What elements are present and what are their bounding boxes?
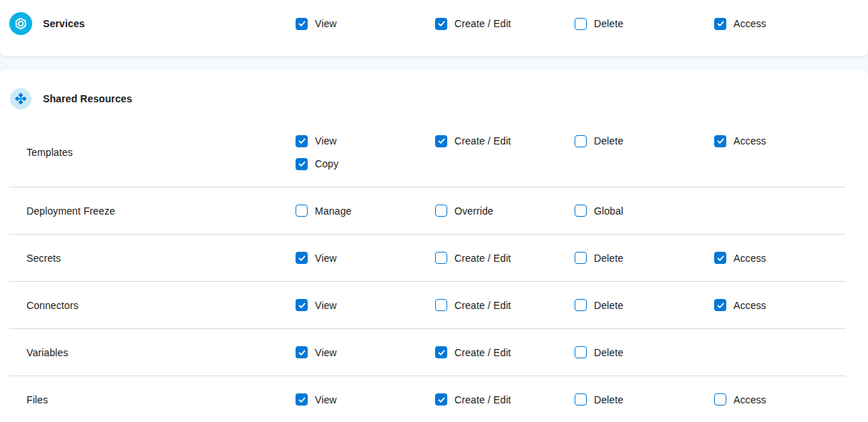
- permission-label: Access: [733, 18, 766, 29]
- shared-resources-header: Shared Resources: [0, 69, 868, 118]
- checkbox-copy[interactable]: [296, 158, 308, 170]
- resource-row-label: Templates: [0, 147, 296, 158]
- resource-row-secrets: SecretsViewCreate / EditDeleteAccess: [0, 235, 868, 281]
- resource-row-permissions: ManageOverrideGlobal: [296, 200, 854, 222]
- permission-access[interactable]: Access: [714, 135, 766, 147]
- resource-row-permissions: ViewCreate / EditDeleteAccess: [296, 388, 854, 411]
- checkbox-create-edit[interactable]: [435, 346, 447, 358]
- permission-create-edit[interactable]: Create / Edit: [435, 299, 511, 311]
- permission-create-edit[interactable]: Create / Edit: [435, 393, 511, 406]
- checkbox-delete[interactable]: [575, 393, 587, 406]
- permission-label: Create / Edit: [454, 300, 511, 311]
- permission-label: Create / Edit: [454, 135, 511, 147]
- services-row: Services ViewCreate / EditDeleteAccess: [0, 12, 868, 35]
- checkbox-view[interactable]: [296, 18, 308, 30]
- permission-view[interactable]: View: [296, 18, 337, 30]
- checkbox-access[interactable]: [714, 252, 726, 264]
- checkbox-delete[interactable]: [575, 18, 587, 30]
- permission-label: Delete: [594, 394, 623, 406]
- checkbox-view[interactable]: [296, 135, 308, 147]
- permission-label: Create / Edit: [454, 252, 511, 264]
- services-icon: [9, 12, 32, 35]
- checkbox-delete[interactable]: [575, 299, 587, 311]
- permission-line: ViewCreate / EditDeleteAccess: [296, 129, 854, 152]
- checkbox-view[interactable]: [296, 346, 308, 358]
- permission-line: Copy: [296, 152, 854, 175]
- permission-view[interactable]: View: [296, 393, 337, 406]
- permission-label: Delete: [594, 135, 623, 147]
- shared-resources-icon: [10, 88, 31, 109]
- permission-create-edit[interactable]: Create / Edit: [435, 135, 511, 147]
- permission-access[interactable]: Access: [714, 299, 766, 311]
- checkbox-create-edit[interactable]: [435, 252, 447, 264]
- permission-view[interactable]: View: [296, 135, 337, 147]
- services-card: Services ViewCreate / EditDeleteAccess: [0, 0, 868, 56]
- checkbox-access[interactable]: [714, 299, 726, 311]
- permission-global[interactable]: Global: [575, 205, 623, 217]
- permission-label: View: [315, 394, 337, 406]
- resource-row-permissions: ViewCreate / EditDeleteAccess: [296, 247, 854, 270]
- permission-label: Create / Edit: [454, 347, 511, 358]
- permission-label: Create / Edit: [454, 18, 511, 29]
- permission-label: Access: [733, 394, 766, 406]
- permission-line: ViewCreate / EditDeleteAccess: [296, 294, 854, 317]
- checkbox-view[interactable]: [296, 299, 308, 311]
- permission-label: View: [315, 347, 337, 358]
- permission-delete[interactable]: Delete: [575, 393, 623, 406]
- permission-delete[interactable]: Delete: [575, 252, 623, 264]
- permission-create-edit[interactable]: Create / Edit: [435, 252, 511, 264]
- permission-line: ViewCreate / EditDelete: [296, 341, 854, 364]
- permission-delete[interactable]: Delete: [575, 135, 623, 147]
- resource-row-label: Variables: [0, 347, 296, 358]
- checkbox-create-edit[interactable]: [435, 135, 447, 147]
- checkbox-access[interactable]: [714, 135, 726, 147]
- permission-label: Create / Edit: [454, 394, 511, 406]
- permission-delete[interactable]: Delete: [575, 18, 623, 30]
- permission-manage[interactable]: Manage: [296, 205, 351, 217]
- permission-access[interactable]: Access: [714, 18, 766, 30]
- permission-create-edit[interactable]: Create / Edit: [435, 346, 511, 358]
- checkbox-create-edit[interactable]: [435, 299, 447, 311]
- checkbox-delete[interactable]: [575, 252, 587, 264]
- permission-line: ViewCreate / EditDeleteAccess: [296, 247, 854, 270]
- resource-row-permissions: ViewCreate / EditDeleteAccessCopy: [296, 129, 854, 175]
- permission-line: ViewCreate / EditDeleteAccess: [296, 388, 854, 411]
- permission-label: Delete: [594, 347, 623, 358]
- permission-view[interactable]: View: [296, 346, 337, 358]
- checkbox-access[interactable]: [714, 393, 726, 406]
- permission-delete[interactable]: Delete: [575, 346, 623, 358]
- resource-row-permissions: ViewCreate / EditDeleteAccess: [296, 294, 854, 317]
- permission-label: View: [315, 135, 337, 147]
- resource-row-files: FilesViewCreate / EditDeleteAccess: [0, 376, 868, 422]
- checkbox-view[interactable]: [296, 393, 308, 406]
- checkbox-delete[interactable]: [575, 346, 587, 358]
- checkbox-global[interactable]: [575, 205, 587, 217]
- permission-view[interactable]: View: [296, 299, 337, 311]
- checkbox-access[interactable]: [714, 18, 726, 30]
- permission-label: Override: [454, 205, 493, 217]
- checkbox-create-edit[interactable]: [435, 393, 447, 406]
- services-row-header: Services: [9, 12, 296, 35]
- permission-access[interactable]: Access: [714, 393, 766, 406]
- checkbox-manage[interactable]: [296, 205, 308, 217]
- permission-label: Access: [733, 135, 766, 147]
- permission-override[interactable]: Override: [435, 205, 493, 217]
- resource-row-templates: TemplatesViewCreate / EditDeleteAccessCo…: [0, 118, 868, 187]
- permission-copy[interactable]: Copy: [296, 158, 338, 170]
- permission-label: Copy: [315, 158, 338, 170]
- checkbox-override[interactable]: [435, 205, 447, 217]
- permission-access[interactable]: Access: [714, 252, 766, 264]
- shared-resources-rows: TemplatesViewCreate / EditDeleteAccessCo…: [0, 118, 868, 422]
- permission-line: ManageOverrideGlobal: [296, 200, 854, 222]
- permission-create-edit[interactable]: Create / Edit: [435, 18, 511, 30]
- permission-line: ViewCreate / EditDeleteAccess: [296, 12, 854, 35]
- checkbox-delete[interactable]: [575, 135, 587, 147]
- resource-row-label: Connectors: [0, 300, 296, 311]
- resource-row-label: Files: [0, 394, 296, 406]
- permission-view[interactable]: View: [296, 252, 337, 264]
- permission-label: Delete: [594, 252, 623, 264]
- permission-label: View: [315, 300, 337, 311]
- permission-delete[interactable]: Delete: [575, 299, 623, 311]
- checkbox-create-edit[interactable]: [435, 18, 447, 30]
- checkbox-view[interactable]: [296, 252, 308, 264]
